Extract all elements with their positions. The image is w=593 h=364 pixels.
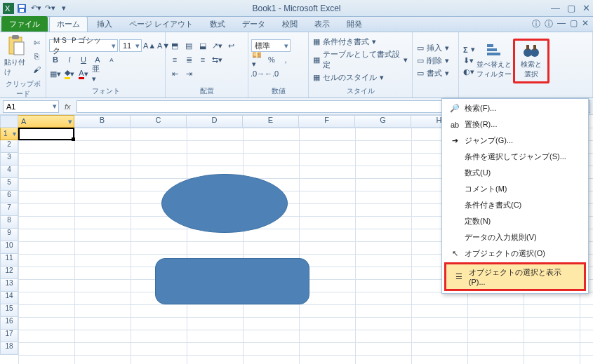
col-header-G[interactable]: G <box>355 115 411 128</box>
increase-font-icon[interactable]: A▲ <box>143 39 156 52</box>
cells-delete-button[interactable]: ▭ 削除▾ <box>415 55 451 67</box>
phonetic-icon[interactable]: 亜▾ <box>91 67 104 80</box>
col-header-E[interactable]: E <box>243 115 299 128</box>
row-header-4[interactable]: 4 <box>0 166 18 178</box>
sort-filter-button[interactable]: 並べ替えと フィルター <box>479 41 509 81</box>
save-icon[interactable] <box>15 2 28 15</box>
row-header-3[interactable]: 3 <box>0 153 18 166</box>
menu-cond-format[interactable]: 条件付き書式(C) <box>442 197 588 213</box>
tab-formulas[interactable]: 数式 <box>202 16 233 32</box>
row-header-16[interactable]: 16 <box>0 317 18 330</box>
fx-icon[interactable]: fx <box>60 102 75 111</box>
row-header-7[interactable]: 7 <box>0 203 18 216</box>
row-header-15[interactable]: 15 <box>0 304 18 317</box>
wb-close-icon[interactable]: ✕ <box>582 18 589 30</box>
align-right-icon[interactable]: ≡ <box>196 53 209 66</box>
row-header-2[interactable]: 2 <box>0 140 18 153</box>
cells-format-button[interactable]: ▭ 書式▾ <box>415 67 451 79</box>
orientation-icon[interactable]: ↗▾ <box>211 39 223 52</box>
name-box[interactable]: A1 <box>3 100 59 113</box>
minimize-ribbon-icon[interactable]: ⓘ <box>532 18 540 30</box>
currency-icon[interactable]: 💴▾ <box>251 53 264 66</box>
row-header-8[interactable]: 8 <box>0 216 18 229</box>
align-left-icon[interactable]: ≡ <box>168 53 181 66</box>
cond-format-button[interactable]: ▦ 条件付き書式▾ <box>312 36 409 48</box>
menu-validation[interactable]: データの入力規則(V) <box>442 229 588 245</box>
menu-goto-special[interactable]: 条件を選択してジャンプ(S)... <box>442 149 588 165</box>
merge-icon[interactable]: ⇆▾ <box>211 53 223 66</box>
row-headers[interactable]: 123456789101112131415161718 <box>0 128 18 364</box>
increase-decimal-icon[interactable]: .0→ <box>251 67 264 80</box>
font-size-select[interactable]: 11 <box>119 39 142 52</box>
cells-insert-button[interactable]: ▭ 挿入▾ <box>415 42 451 54</box>
format-as-table-button[interactable]: ▦ テーブルとして書式設定▾ <box>312 48 409 71</box>
row-header-18[interactable]: 18 <box>0 342 18 355</box>
cut-icon[interactable]: ✄ <box>30 36 43 49</box>
align-bottom-icon[interactable]: ⬓ <box>196 39 209 52</box>
cell-styles-button[interactable]: ▦ セルのスタイル▾ <box>312 72 409 83</box>
paste-button[interactable]: 貼り付け <box>3 34 28 79</box>
wrap-text-icon[interactable]: ↩ <box>225 39 237 52</box>
menu-selection-pane[interactable]: ☰ オブジェクトの選択と表示(P)... <box>446 264 584 289</box>
tab-developer[interactable]: 開発 <box>339 16 370 32</box>
maximize-button[interactable]: ▢ <box>567 3 575 13</box>
menu-comments[interactable]: コメント(M) <box>442 181 588 197</box>
row-header-14[interactable]: 14 <box>0 292 18 304</box>
font-color-icon[interactable]: A▾ <box>77 67 90 80</box>
qat-customize-icon[interactable]: ▾ <box>58 2 70 15</box>
row-header-11[interactable]: 11 <box>0 254 18 267</box>
clear-button[interactable]: ◐▾ <box>462 67 477 77</box>
percent-icon[interactable]: % <box>265 53 278 66</box>
wb-min-icon[interactable]: — <box>557 18 566 30</box>
decrease-indent-icon[interactable]: ⇤ <box>168 67 181 80</box>
align-top-icon[interactable]: ⬒ <box>168 39 181 52</box>
col-header-B[interactable]: B <box>74 115 131 128</box>
autosum-button[interactable]: Σ▾ <box>462 44 477 55</box>
tab-page-layout[interactable]: ページ レイアウト <box>121 16 201 32</box>
font-name-select[interactable]: ＭＳ Ｐゴシック <box>49 39 118 52</box>
col-header-D[interactable]: D <box>187 115 243 128</box>
tab-review[interactable]: 校閲 <box>274 16 305 32</box>
row-header-13[interactable]: 13 <box>0 279 18 292</box>
select-all-corner[interactable] <box>0 115 18 128</box>
tab-insert[interactable]: 挿入 <box>89 16 120 32</box>
align-center-icon[interactable]: ≣ <box>182 53 195 66</box>
col-header-F[interactable]: F <box>299 115 355 128</box>
tab-view[interactable]: 表示 <box>307 16 338 32</box>
tab-home[interactable]: ホーム <box>49 16 88 32</box>
row-header-12[interactable]: 12 <box>0 267 18 279</box>
col-header-C[interactable]: C <box>131 115 187 128</box>
menu-select-objects[interactable]: ↖ オブジェクトの選択(O) <box>442 245 588 262</box>
number-format-select[interactable]: 標準 <box>251 39 291 52</box>
help-icon[interactable]: ⓘ <box>545 18 553 30</box>
menu-find[interactable]: 🔎 検索(F)... <box>442 100 588 116</box>
wb-max-icon[interactable]: ▢ <box>570 18 578 30</box>
borders-icon[interactable]: ▦▾ <box>49 67 62 80</box>
shape-rounded-rect[interactable] <box>155 258 309 304</box>
comma-icon[interactable]: , <box>279 53 292 66</box>
align-middle-icon[interactable]: ▤ <box>182 39 195 52</box>
row-header-6[interactable]: 6 <box>0 191 18 203</box>
redo-icon[interactable]: ↷▾ <box>44 2 56 15</box>
fill-button[interactable]: ⬇▾ <box>462 55 477 66</box>
minimize-button[interactable]: — <box>551 3 560 13</box>
undo-icon[interactable]: ↶▾ <box>29 2 42 15</box>
tab-file[interactable]: ファイル <box>1 16 48 32</box>
col-header-A[interactable]: A <box>18 115 74 128</box>
close-button[interactable]: ✕ <box>582 3 590 13</box>
format-painter-icon[interactable]: 🖌 <box>30 63 43 76</box>
copy-icon[interactable]: ⎘ <box>30 50 43 62</box>
menu-goto[interactable]: ➔ ジャンプ(G)... <box>442 133 588 149</box>
fill-color-icon[interactable]: ◆▾ <box>63 67 76 80</box>
find-select-button[interactable]: 検索と 選択 <box>516 41 547 81</box>
menu-constants[interactable]: 定数(N) <box>442 213 588 229</box>
row-header-1[interactable]: 1 <box>0 128 18 140</box>
menu-replace[interactable]: ab 置換(R)... <box>442 116 588 133</box>
menu-formulas[interactable]: 数式(U) <box>442 165 588 181</box>
row-header-17[interactable]: 17 <box>0 330 18 342</box>
row-header-5[interactable]: 5 <box>0 178 18 191</box>
tab-data[interactable]: データ <box>234 16 273 32</box>
row-header-10[interactable]: 10 <box>0 241 18 254</box>
increase-indent-icon[interactable]: ⇥ <box>182 67 195 80</box>
shape-ellipse[interactable] <box>161 174 288 233</box>
